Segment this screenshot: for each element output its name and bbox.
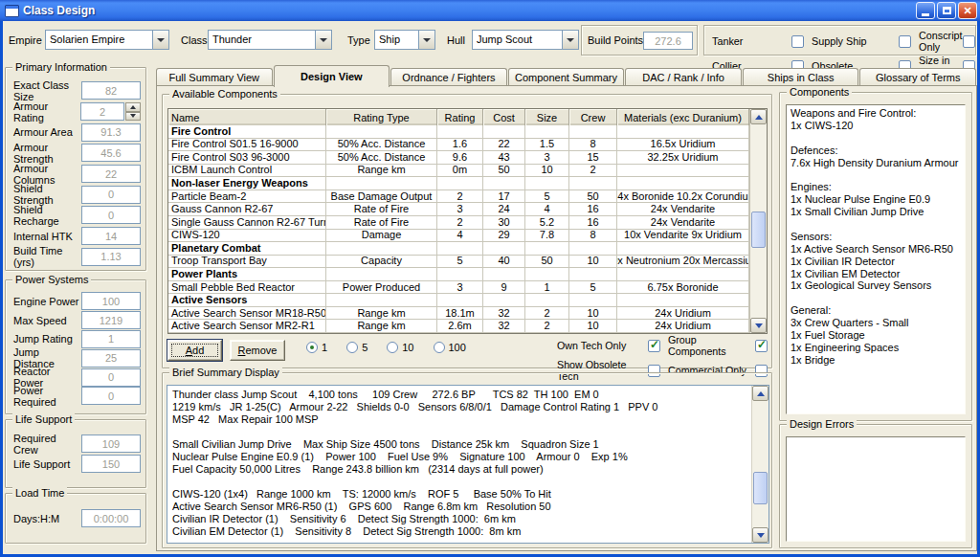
column-header-size[interactable]: Size [525, 109, 569, 125]
scroll-down-button[interactable] [750, 318, 767, 333]
column-header-crew[interactable]: Crew [569, 109, 617, 125]
radio-option-1[interactable]: 1 [306, 342, 327, 353]
text-line: 1x Engineering Spaces [791, 342, 965, 354]
maximize-button[interactable] [937, 2, 956, 19]
field-label: Jump Rating [13, 333, 73, 345]
available-components-title: Available Components [169, 88, 280, 100]
radio-option-10[interactable]: 10 [387, 342, 413, 353]
component-row-fire-control-s03-96-3000[interactable]: Fire Control S03 96-300050% Acc. Distanc… [168, 151, 749, 165]
checkbox-label: Own Tech Only [557, 340, 626, 351]
spinner-up-button[interactable] [125, 102, 141, 112]
close-button[interactable]: ✕ [958, 2, 977, 19]
column-header-cost[interactable]: Cost [483, 109, 525, 125]
design-view-page: Available Components NameRating TypeRati… [156, 85, 977, 551]
tab-full-summary-view[interactable]: Full Summary View [156, 68, 273, 86]
radio-icon [387, 342, 398, 353]
summary-textbox[interactable]: Thunder class Jump Scout 4,100 tons 109 … [167, 385, 769, 544]
column-header-rating[interactable]: Rating [437, 109, 483, 125]
add-button[interactable]: Add [167, 340, 222, 361]
hull-combo[interactable]: Jump Scout [472, 30, 579, 50]
checkbox-box [963, 35, 975, 48]
field-label: Armour Strength [13, 142, 81, 165]
type-combo[interactable]: Ship [374, 30, 435, 50]
empire-combo[interactable]: Solarien Empire [45, 30, 169, 50]
minimize-icon [922, 13, 929, 16]
checkbox-supply-ship[interactable]: Supply Ship [812, 30, 911, 53]
checkbox-box: ✓ [648, 340, 660, 352]
field-value-box: 0 [81, 206, 141, 224]
checkbox-conscript-only[interactable]: Conscript Only [919, 30, 975, 53]
cell: Rate of Fire [326, 203, 437, 215]
cell: 8 [569, 230, 617, 242]
empire-combo-button[interactable] [152, 31, 168, 49]
component-row-active-search-sensor-mr18-r50[interactable]: Active Search Sensor MR18-R50Range km18.… [168, 307, 749, 321]
cell: Active Search Sensor MR18-R50 [168, 307, 326, 320]
scroll-down-button[interactable] [752, 527, 768, 543]
component-row-single-gauss-cannon-r2-67-turret[interactable]: Single Gauss Cannon R2-67 TurretRate of … [168, 216, 749, 230]
field-value-box[interactable]: 2 [80, 102, 124, 121]
class-combo-button[interactable] [315, 31, 331, 49]
tab-ships-in-class[interactable]: Ships in Class [743, 68, 859, 86]
tab-design-view[interactable]: Design View [274, 65, 390, 87]
life-support-fields: Required Crew109Life Support150 [6, 434, 145, 474]
table-scrollbar[interactable] [749, 109, 767, 333]
column-header-name[interactable]: Name [168, 109, 326, 125]
radio-option-5[interactable]: 5 [346, 342, 368, 353]
category-row-fire-control[interactable]: Fire Control [168, 125, 749, 139]
titlebar[interactable]: Class Design ✕ [0, 0, 980, 21]
column-header-rating-type[interactable]: Rating Type [326, 109, 437, 125]
hull-combo-button[interactable] [562, 31, 578, 49]
class-combo[interactable]: Thunder [208, 30, 332, 50]
cell: Base Damage Output [326, 190, 437, 203]
cell: 9 [483, 281, 525, 294]
component-row-small-pebble-bed-reactor[interactable]: Small Pebble Bed ReactorPower Produced39… [168, 281, 749, 295]
checkbox-group-components[interactable]: Group Components✓ [668, 334, 768, 357]
scroll-track[interactable] [750, 124, 767, 318]
cell [326, 242, 437, 255]
field-value-wrap: 100 [81, 292, 141, 310]
component-row-troop-transport-bay[interactable]: Troop Transport BayCapacity540501010x Ne… [168, 256, 749, 269]
design-errors-listbox[interactable] [786, 436, 966, 542]
radio-option-100[interactable]: 100 [434, 342, 466, 353]
components-list-title: Components [787, 86, 852, 98]
field-value-box: 91.3 [81, 123, 141, 142]
remove-button[interactable]: Remove [230, 340, 285, 361]
scroll-up-button[interactable] [752, 386, 768, 401]
type-combo-button[interactable] [418, 31, 434, 49]
table-body: Fire ControlFire Control S01.5 16-900050… [168, 125, 749, 333]
checkbox-own-tech-only[interactable]: Own Tech Only✓ [557, 334, 660, 357]
tab-ordnance-fighters[interactable]: Ordnance / Fighters [390, 68, 507, 86]
minimize-button[interactable] [916, 2, 935, 19]
chevron-down-icon [157, 38, 165, 42]
category-row-power-plants[interactable]: Power Plants [168, 268, 749, 281]
field-value-wrap: 45.6 [81, 144, 141, 162]
scroll-up-button[interactable] [750, 109, 767, 124]
category-row-non-laser-energy-weapons[interactable]: Non-laser Energy Weapons [168, 177, 749, 190]
scroll-thumb[interactable] [753, 472, 768, 504]
category-row-planetary-combat[interactable]: Planetary Combat [168, 242, 749, 256]
scroll-thumb[interactable] [751, 212, 766, 248]
component-row-gauss-cannon-r2-67[interactable]: Gauss Cannon R2-67Rate of Fire32441624x … [168, 203, 749, 216]
tab-dac-rank-info[interactable]: DAC / Rank / Info [625, 68, 742, 86]
field-value-wrap: 0 [81, 368, 141, 387]
components-listbox[interactable]: Weapons and Fire Control:1x CIWS-120 Def… [786, 104, 966, 414]
component-row-ciws-120[interactable]: CIWS-120Damage4297.8810x Vendarite 9x Ur… [168, 230, 749, 243]
component-row-icbm-launch-control[interactable]: ICBM Launch ControlRange km0m50102 [168, 165, 749, 178]
component-row-fire-control-s01-5-16-9000[interactable]: Fire Control S01.5 16-900050% Acc. Dista… [168, 139, 749, 152]
tab-glossary-of-terms[interactable]: Glossary of Terms [859, 68, 976, 86]
summary-scrollbar[interactable] [751, 386, 768, 543]
component-row-active-search-sensor-mr2-r1[interactable]: Active Search Sensor MR2-R1Range km2.6m3… [168, 320, 749, 333]
text-line: Fuel Capacity 50,000 Litres Range 243.8 … [172, 463, 751, 476]
cell: Active Sensors [168, 294, 326, 306]
tab-component-summary[interactable]: Component Summary [508, 68, 625, 86]
scroll-track[interactable] [752, 401, 768, 527]
spinner-down-button[interactable] [125, 112, 141, 122]
checkbox-tanker[interactable]: Tanker [712, 30, 804, 53]
category-row-active-sensors[interactable]: Active Sensors [168, 294, 749, 307]
column-header-materials-exc-duranium[interactable]: Materials (exc Duranium) [617, 109, 749, 125]
cell [617, 125, 749, 138]
cell: 3 [437, 203, 483, 215]
field-row-exact-class-size: Exact Class Size82 [6, 80, 145, 101]
component-row-particle-beam-2[interactable]: Particle Beam-2Base Damage Output2175503… [168, 190, 749, 204]
text-line: Small Civilian Jump Drive Max Ship Size … [172, 438, 751, 451]
